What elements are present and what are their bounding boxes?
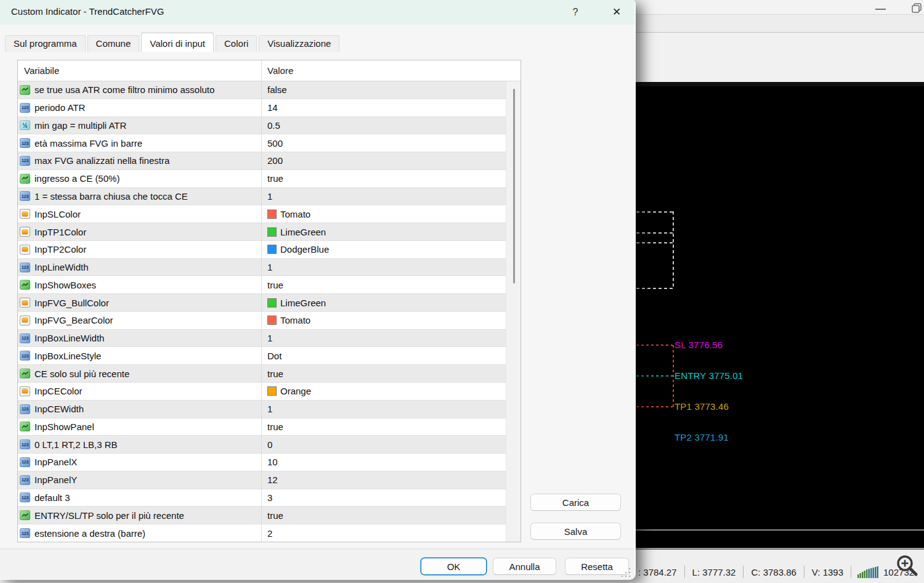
param-value-cell[interactable]: true (261, 369, 283, 379)
tab-visualizzazione[interactable]: Visualizzazione (259, 35, 339, 52)
param-row[interactable]: 123default 33 (18, 489, 506, 507)
param-value[interactable]: 1 (267, 404, 272, 414)
param-value-cell[interactable]: 1 (261, 333, 272, 343)
param-value-cell[interactable]: Dot (261, 351, 282, 361)
param-value[interactable]: 0 (267, 439, 272, 450)
reset-button[interactable]: Resetta (565, 558, 629, 575)
param-value-cell[interactable]: true (261, 173, 283, 184)
param-row[interactable]: 123max FVG analizzati nella finestra200 (18, 152, 506, 170)
param-value-cell[interactable]: true (261, 422, 283, 432)
param-row[interactable]: CE solo sul più recentetrue (18, 365, 506, 383)
param-row[interactable]: 123InpPanelY12 (18, 471, 506, 489)
param-value-cell[interactable]: LimeGreen (261, 227, 326, 237)
param-value[interactable]: 200 (267, 155, 283, 166)
param-value[interactable]: 500 (267, 138, 283, 149)
param-value-cell[interactable]: LimeGreen (261, 298, 326, 308)
param-value[interactable]: 3 (267, 492, 272, 503)
param-value[interactable]: 12 (267, 475, 278, 485)
param-value-cell[interactable]: 14 (261, 102, 278, 113)
param-name: InpShowBoxes (34, 280, 96, 290)
param-value-cell[interactable]: Tomato (261, 209, 310, 219)
param-value-cell[interactable]: 2 (261, 528, 272, 539)
param-value-cell[interactable]: 1 (261, 404, 272, 414)
param-row[interactable]: 1231 = stessa barra chiusa che tocca CE1 (18, 188, 506, 206)
param-value[interactable]: DodgerBlue (280, 244, 329, 255)
param-value[interactable]: 1 (267, 333, 272, 343)
param-value[interactable]: Tomato (280, 209, 310, 219)
param-row[interactable]: 123InpBoxLineStyleDot (18, 347, 506, 365)
param-value-cell[interactable]: 3 (261, 492, 272, 503)
param-value[interactable]: 14 (267, 102, 278, 113)
param-row[interactable]: ingresso a CE (50%)true (18, 170, 506, 188)
param-row[interactable]: 123InpPanelX10 (18, 454, 506, 471)
param-value-cell[interactable]: 1 (261, 262, 272, 272)
param-row[interactable]: 123InpLineWidth1 (18, 259, 506, 277)
cancel-button[interactable]: Annulla (493, 558, 556, 575)
dialog-titlebar[interactable]: Custom Indicator - TrendCatcherFVG ? ✕ (0, 0, 634, 25)
tab-sul-programma[interactable]: Sul programma (5, 35, 86, 52)
param-row[interactable]: se true usa ATR come filtro minimo assol… (18, 81, 506, 99)
minimize-icon[interactable] (874, 4, 888, 15)
tab-comune[interactable]: Comune (87, 35, 140, 52)
param-value[interactable]: true (267, 510, 283, 521)
param-value-cell[interactable]: 10 (261, 457, 278, 467)
table-scrollbar[interactable] (506, 81, 521, 542)
param-value[interactable]: true (267, 369, 283, 379)
ok-button[interactable]: OK (421, 558, 487, 575)
tab-colori[interactable]: Colori (216, 35, 257, 52)
param-value-cell[interactable]: true (261, 280, 283, 290)
param-row[interactable]: 123InpBoxLineWidth1 (18, 330, 506, 348)
param-row[interactable]: InpShowPaneltrue (18, 418, 506, 436)
param-value[interactable]: true (267, 422, 283, 432)
param-value[interactable]: true (267, 173, 283, 184)
param-row[interactable]: 123estensione a destra (barre)2 (18, 524, 506, 542)
param-row[interactable]: InpTP1ColorLimeGreen (18, 223, 506, 241)
param-value[interactable]: Orange (280, 386, 311, 396)
param-value[interactable]: 1 (267, 191, 272, 202)
param-value-cell[interactable]: Tomato (261, 315, 310, 325)
param-value-cell[interactable]: 0.5 (261, 120, 280, 131)
scrollbar-thumb[interactable] (513, 89, 515, 283)
param-value[interactable]: 1 (267, 262, 272, 272)
param-value-cell[interactable]: Orange (261, 386, 311, 396)
param-row[interactable]: ENTRY/SL/TP solo per il più recentetrue (18, 507, 506, 524)
param-row[interactable]: 123InpCEWidth1 (18, 401, 506, 418)
param-value-cell[interactable]: 12 (261, 475, 278, 485)
param-value-cell[interactable]: 500 (261, 138, 283, 149)
param-value[interactable]: 2 (267, 528, 272, 539)
param-value[interactable]: LimeGreen (280, 227, 326, 237)
param-row[interactable]: ½min gap = multipli ATR0.5 (18, 117, 506, 135)
param-value[interactable]: true (267, 280, 283, 290)
param-value[interactable]: 0.5 (267, 120, 280, 131)
param-value-cell[interactable]: false (261, 84, 287, 95)
param-value-cell[interactable]: true (261, 510, 283, 521)
param-row[interactable]: InpCEColorOrange (18, 383, 506, 401)
param-value[interactable]: Dot (267, 351, 282, 361)
save-button[interactable]: Salva (530, 523, 621, 540)
param-row[interactable]: 123periodo ATR14 (18, 99, 506, 117)
param-row[interactable]: InpTP2ColorDodgerBlue (18, 241, 506, 259)
close-icon[interactable]: ✕ (609, 5, 625, 20)
resize-grip[interactable] (622, 568, 630, 577)
param-row[interactable]: 123età massima FVG in barre500 (18, 134, 506, 152)
restore-icon[interactable] (910, 2, 924, 15)
param-value-cell[interactable]: 1 (261, 191, 272, 202)
bool-param-icon (20, 174, 30, 184)
param-value-cell[interactable]: 0 (261, 439, 272, 450)
integer-param-icon: 123 (20, 492, 30, 502)
param-value[interactable]: Tomato (280, 315, 310, 325)
load-button[interactable]: Carica (530, 494, 621, 511)
param-value[interactable]: false (267, 84, 287, 95)
param-row[interactable]: InpSLColorTomato (18, 205, 506, 223)
param-value[interactable]: 10 (267, 457, 278, 467)
param-row[interactable]: 1230 LT,1 RT,2 LB,3 RB0 (18, 436, 506, 454)
param-value-cell[interactable]: 200 (261, 155, 283, 166)
param-value[interactable]: LimeGreen (280, 298, 326, 308)
param-value-cell[interactable]: DodgerBlue (261, 244, 329, 255)
param-row[interactable]: InpFVG_BullColorLimeGreen (18, 294, 506, 312)
tab-valori-di-input[interactable]: Valori di input (141, 33, 214, 52)
param-row[interactable]: InpShowBoxestrue (18, 276, 506, 294)
zoom-in-icon[interactable] (895, 553, 921, 579)
param-row[interactable]: InpFVG_BearColorTomato (18, 312, 506, 330)
help-button[interactable]: ? (568, 5, 583, 20)
